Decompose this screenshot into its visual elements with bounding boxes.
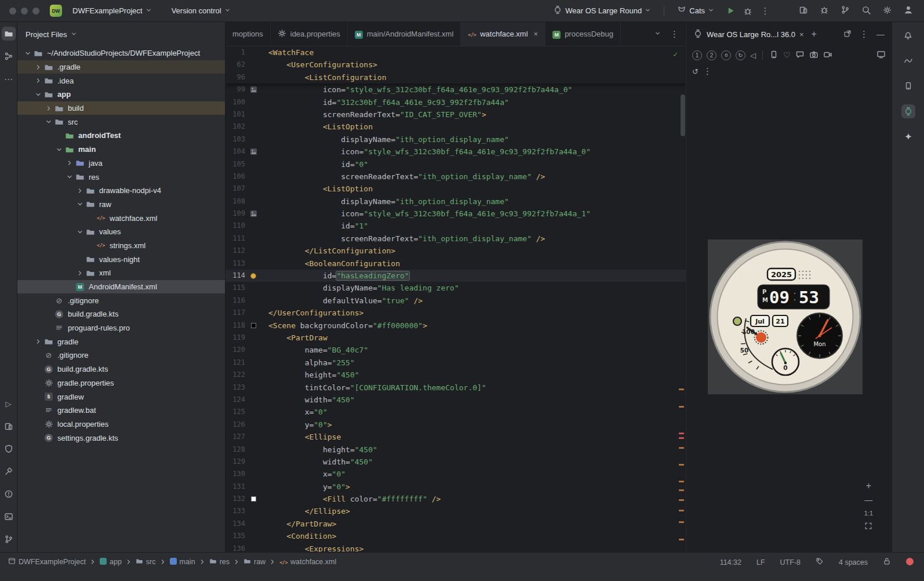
gemini-icon[interactable] — [901, 130, 915, 144]
tag-icon[interactable] — [816, 557, 824, 567]
stripe-mark[interactable] — [679, 510, 684, 511]
inspection-status-icon[interactable]: ✓ — [673, 50, 678, 59]
code-line[interactable]: 106 screenReaderText="ith_option_display… — [225, 170, 686, 183]
breadcrumb-item[interactable]: </>watchface.xml — [279, 558, 336, 566]
zoom-in-button[interactable]: + — [866, 481, 871, 491]
tree-item[interactable]: ⊘.gitignore — [17, 348, 225, 362]
tree-item[interactable]: </>watchface.xml — [17, 211, 225, 225]
vcs-menu[interactable]: Version control — [166, 4, 237, 17]
breadcrumb-item[interactable]: src — [136, 557, 156, 567]
running-devices-icon[interactable] — [901, 104, 915, 118]
intention-bulb-icon[interactable] — [245, 273, 261, 279]
project-tool-icon[interactable] — [2, 27, 16, 41]
stripe-mark[interactable] — [679, 437, 684, 439]
screen-record-icon[interactable] — [823, 50, 832, 61]
tree-item[interactable]: main — [17, 143, 225, 157]
chevron-down-icon[interactable] — [23, 50, 32, 57]
code-line[interactable]: 105 id="0" — [225, 158, 686, 170]
stripe-mark[interactable] — [679, 464, 684, 466]
profiler-icon[interactable] — [820, 5, 829, 16]
add-device-tab-icon[interactable]: + — [812, 30, 817, 39]
device-more-icon[interactable]: ⋮ — [703, 67, 712, 76]
code-line[interactable]: 124 width="450" — [225, 394, 686, 406]
reset-icon[interactable]: ↺ — [692, 67, 699, 76]
code-line[interactable]: 103 displayName="ith_option_display_name… — [225, 133, 686, 146]
code-line[interactable]: 133 </Ellipse> — [225, 505, 686, 517]
tab-options-icon[interactable]: ⋮ — [670, 30, 679, 39]
code-line[interactable]: 127 <Ellipse — [225, 431, 686, 443]
device-selector[interactable]: Wear OS Large Round — [547, 3, 657, 19]
code-line[interactable]: 96 <ListConfiguration — [225, 71, 686, 83]
structure-tool-icon[interactable] — [2, 49, 16, 63]
code-line[interactable]: 116 defaultValue="true" /> — [225, 295, 686, 307]
breadcrumb-item[interactable]: app — [100, 558, 122, 567]
run-button[interactable] — [723, 4, 737, 18]
chevron-down-icon[interactable] — [44, 118, 53, 125]
chevron-right-icon[interactable] — [65, 159, 74, 166]
error-indicator[interactable] — [906, 558, 914, 567]
settings-icon[interactable] — [883, 6, 892, 16]
code-line[interactable]: 62 <UserConfigurations> — [225, 59, 686, 71]
code-line[interactable]: 120 name="BG_40c7" — [225, 344, 686, 356]
stripe-mark[interactable] — [679, 539, 684, 540]
maximize-window-button[interactable] — [32, 8, 39, 14]
chevron-right-icon[interactable] — [44, 105, 53, 112]
breadcrumb-item[interactable]: DWFExampleProject — [8, 557, 86, 567]
build-tool-icon[interactable] — [2, 464, 16, 478]
line-separator[interactable]: LF — [756, 558, 765, 567]
tab-watchface-xml[interactable]: </>watchface.xml× — [461, 22, 545, 46]
button-one-icon[interactable]: 1 — [692, 50, 702, 60]
tab-main-androidmanifest-xml[interactable]: Mmain/AndroidManifest.xml — [348, 22, 461, 46]
tree-item[interactable]: .gradle — [17, 60, 225, 74]
project-view-selector[interactable]: Project Files — [26, 30, 67, 39]
code-line[interactable]: 109 icon="style_wfs_312c30bf_f64a_461e_9… — [225, 208, 686, 220]
zoom-fit-button[interactable] — [864, 522, 872, 532]
rotate-icon[interactable]: ↻ — [736, 50, 745, 60]
device-mirroring-icon[interactable] — [799, 5, 808, 16]
tree-item[interactable]: MAndroidManifest.xml — [17, 280, 225, 294]
heart-rate-icon[interactable]: ♡ — [783, 51, 791, 60]
code-line[interactable]: 99 icon="style_wfs_312c30bf_f64a_461e_9c… — [225, 83, 686, 96]
stripe-mark[interactable] — [679, 521, 684, 523]
caret-position[interactable]: 114:32 — [720, 558, 741, 567]
editor-scrollbar[interactable] — [681, 95, 685, 136]
notifications-icon[interactable] — [901, 28, 915, 42]
version-control-tool-icon[interactable] — [2, 532, 16, 546]
app-quality-insights-icon[interactable] — [2, 442, 16, 456]
tree-item[interactable]: values-night — [17, 252, 225, 266]
code-line[interactable]: 119 <PartDraw — [225, 332, 686, 344]
terminal-tool-icon[interactable] — [2, 510, 16, 524]
code-editor[interactable]: ✓ 1<WatchFace62 <UserConfigurations>96 <… — [225, 46, 686, 552]
tree-item[interactable]: $gradlew — [17, 390, 225, 404]
chevron-right-icon[interactable] — [34, 338, 43, 345]
code-line[interactable]: 125 x="0" — [225, 406, 686, 418]
code-line[interactable]: 123 tintColor="[CONFIGURATION.themeColor… — [225, 382, 686, 394]
code-line[interactable]: 107 <ListOption — [225, 183, 686, 195]
chevron-down-icon[interactable] — [54, 146, 64, 153]
code-line[interactable]: 126 y="0"> — [225, 419, 686, 431]
code-line[interactable]: 122 height="450" — [225, 369, 686, 381]
palm-icon[interactable] — [721, 50, 731, 60]
chevron-right-icon[interactable] — [34, 77, 43, 84]
code-line[interactable]: 108 displayName="ith_option_display_name… — [225, 195, 686, 208]
more-tool-windows-icon[interactable]: ⋯ — [2, 72, 16, 86]
stripe-mark[interactable] — [679, 433, 684, 434]
project-panel-header[interactable]: Project Files — [17, 22, 225, 46]
panel-options-icon[interactable]: ⋮ — [860, 30, 868, 39]
message-icon[interactable] — [795, 50, 805, 61]
code-line[interactable]: 129 width="450" — [225, 456, 686, 468]
code-line[interactable]: 101 screenReaderText="ID_CAT_STEP_OVER"> — [225, 108, 686, 121]
code-line[interactable]: 135 <Condition> — [225, 530, 686, 542]
breadcrumb-item[interactable]: main — [170, 558, 195, 567]
debug-button[interactable] — [741, 4, 755, 18]
hidden-tabs-icon[interactable] — [654, 30, 661, 38]
popout-window-icon[interactable] — [843, 30, 852, 39]
stripe-mark[interactable] — [679, 499, 684, 501]
code-line[interactable]: 110 id="1" — [225, 220, 686, 232]
search-icon[interactable] — [861, 5, 871, 17]
tree-item[interactable]: Gsettings.gradle.kts — [17, 431, 225, 445]
tree-item[interactable]: gradle — [17, 335, 225, 348]
tree-item[interactable]: drawable-nodpi-v4 — [17, 184, 225, 198]
code-line[interactable]: 117</UserConfigurations> — [225, 307, 686, 319]
stripe-mark[interactable] — [679, 388, 684, 390]
